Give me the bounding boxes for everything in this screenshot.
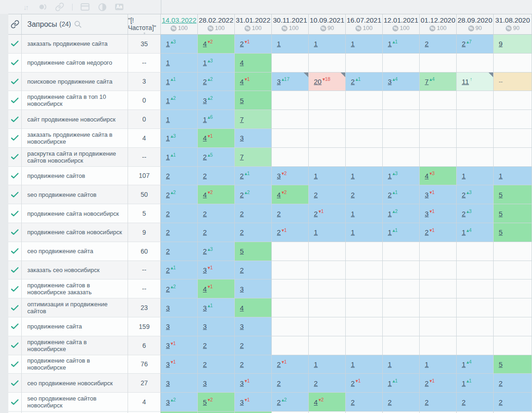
keyword-cell[interactable]: продвижение сайта новосибирск xyxy=(22,204,128,223)
position-link[interactable]: 2 xyxy=(240,40,244,48)
position-link[interactable]: 3 xyxy=(388,78,391,85)
position-link[interactable]: 2 xyxy=(388,398,391,406)
date-link[interactable]: 14.03.2022 xyxy=(162,16,196,24)
date-link[interactable]: 10.09.2021 xyxy=(310,16,344,24)
position-link[interactable]: 1 xyxy=(314,228,318,236)
row-check-toggle[interactable] xyxy=(8,91,22,110)
position-link[interactable]: 1 xyxy=(425,360,428,368)
position-link[interactable]: 2 xyxy=(240,228,244,236)
date-link[interactable]: 16.07.2021 xyxy=(347,16,381,24)
date-link[interactable]: 12.01.2021 xyxy=(384,16,418,24)
frequency-header[interactable]: "[!Частота]" xyxy=(128,14,161,35)
keyword-cell[interactable]: продвижение сайтов в новосибирске xyxy=(22,355,128,374)
row-check-toggle[interactable] xyxy=(8,204,22,223)
row-check-toggle[interactable] xyxy=(8,185,22,204)
position-link[interactable]: 3 xyxy=(203,97,207,104)
position-link[interactable]: 2 xyxy=(462,398,465,406)
keyword-cell[interactable]: заказать продвижение сайта в новосибирск… xyxy=(22,129,128,148)
position-link[interactable]: 3 xyxy=(425,210,428,218)
row-check-toggle[interactable] xyxy=(8,261,22,280)
keyword-cell[interactable]: продвижение сайтов в новосибирске заказа… xyxy=(22,279,128,298)
position-link[interactable]: 2 xyxy=(277,360,281,368)
row-check-toggle[interactable] xyxy=(8,110,22,129)
row-check-toggle[interactable] xyxy=(8,35,22,54)
row-check-toggle[interactable] xyxy=(8,129,22,148)
date-column-header[interactable]: 30.11.2021%100 xyxy=(272,14,309,35)
position-link[interactable]: 1 xyxy=(203,115,207,123)
date-column-header[interactable]: 01.12.2020%100 xyxy=(420,14,457,35)
keyword-cell[interactable]: заказать продвижение сайта xyxy=(22,35,128,54)
keyword-cell[interactable]: продвижение сайтов новосибирск xyxy=(22,223,128,242)
position-link[interactable]: 4 xyxy=(203,285,207,293)
position-link[interactable]: 20 xyxy=(314,78,322,85)
position-link[interactable]: 3 xyxy=(166,341,170,349)
position-link[interactable]: 3 xyxy=(277,78,281,85)
position-link[interactable]: 1 xyxy=(462,379,465,387)
contrast-icon[interactable] xyxy=(98,2,107,12)
position-link[interactable]: 2 xyxy=(166,228,170,236)
row-check-toggle[interactable] xyxy=(8,374,22,393)
position-link[interactable]: 2 xyxy=(277,228,281,236)
position-link[interactable]: 4 xyxy=(314,398,318,406)
position-link[interactable]: 1 xyxy=(388,228,391,236)
date-link[interactable]: 28.09.2020 xyxy=(458,16,492,24)
row-check-toggle[interactable] xyxy=(8,298,22,317)
position-link[interactable]: 2 xyxy=(203,228,207,236)
position-link[interactable]: 2 xyxy=(277,379,281,387)
position-link[interactable]: 1 xyxy=(499,172,502,180)
position-link[interactable]: 2 xyxy=(203,172,207,180)
position-link[interactable]: 7 xyxy=(240,115,244,123)
position-link[interactable]: 1 xyxy=(388,360,391,368)
position-link[interactable]: 1 xyxy=(462,360,465,368)
position-link[interactable]: 2 xyxy=(499,398,502,406)
position-link[interactable]: 5 xyxy=(499,210,502,218)
position-link[interactable]: 2 xyxy=(203,78,207,85)
position-link[interactable]: 2 xyxy=(314,379,318,387)
position-link[interactable]: 2 xyxy=(166,172,170,180)
position-link[interactable]: 1 xyxy=(388,172,391,180)
position-link[interactable]: 3 xyxy=(166,379,170,387)
keyword-cell[interactable]: заказать сео новосибирск xyxy=(22,261,128,280)
position-link[interactable]: 5 xyxy=(499,228,502,236)
position-link[interactable]: 4 xyxy=(240,78,244,85)
keyword-cell[interactable]: продвижение сайта в новосибирске xyxy=(22,336,128,355)
position-link[interactable]: 1 xyxy=(166,97,170,104)
position-link[interactable]: 1 xyxy=(166,40,170,48)
position-link[interactable]: 2 xyxy=(166,285,170,293)
keyword-cell[interactable]: продвижение сайта xyxy=(22,317,128,336)
position-link[interactable]: 4 xyxy=(203,134,207,142)
position-link[interactable]: 2 xyxy=(240,191,244,199)
position-link[interactable]: 9 xyxy=(499,40,502,48)
position-link[interactable]: 1 xyxy=(388,40,391,48)
position-link[interactable]: 3 xyxy=(166,398,170,406)
keyword-cell[interactable]: продвижение сайта в топ 10 новосибирск xyxy=(22,91,128,110)
position-link[interactable]: 2 xyxy=(166,247,170,255)
date-column-header[interactable]: 31.01.2022%100 xyxy=(235,14,272,35)
position-link[interactable]: 1 xyxy=(388,210,391,218)
position-link[interactable]: 2 xyxy=(351,78,355,85)
position-link[interactable]: 2 xyxy=(462,40,465,48)
position-link[interactable]: 2 xyxy=(351,398,355,406)
position-link[interactable]: 2 xyxy=(425,398,428,406)
position-link[interactable]: 4 xyxy=(240,304,244,312)
position-link[interactable]: 5 xyxy=(499,191,502,199)
date-column-header[interactable]: 31.08.2020%90 xyxy=(494,14,532,35)
row-check-toggle[interactable] xyxy=(8,336,22,355)
position-link[interactable]: 5 xyxy=(240,247,244,255)
keyword-cell[interactable]: сайт продвижение новосибирск xyxy=(22,110,128,129)
position-link[interactable]: 2 xyxy=(425,379,428,387)
position-link[interactable]: 7 xyxy=(425,78,428,85)
position-link[interactable]: 1 xyxy=(462,228,465,236)
date-link[interactable]: 30.11.2021 xyxy=(273,16,307,24)
position-link[interactable]: 1 xyxy=(351,360,355,368)
keyword-cell[interactable]: seo продвижение сайтов xyxy=(22,185,128,204)
position-link[interactable]: 2 xyxy=(203,360,207,368)
position-link[interactable]: 2 xyxy=(314,210,318,218)
row-check-toggle[interactable] xyxy=(8,167,22,186)
position-link[interactable]: 3 xyxy=(240,285,244,293)
keyword-cell[interactable]: оптимизация и продвижение сайтов xyxy=(22,298,128,317)
sort-icon[interactable]: ↓↑ xyxy=(21,2,30,12)
position-link[interactable]: 3 xyxy=(240,379,244,387)
position-link[interactable]: 1 xyxy=(314,172,318,180)
date-column-header[interactable]: 28.02.2022%100 xyxy=(198,14,235,35)
